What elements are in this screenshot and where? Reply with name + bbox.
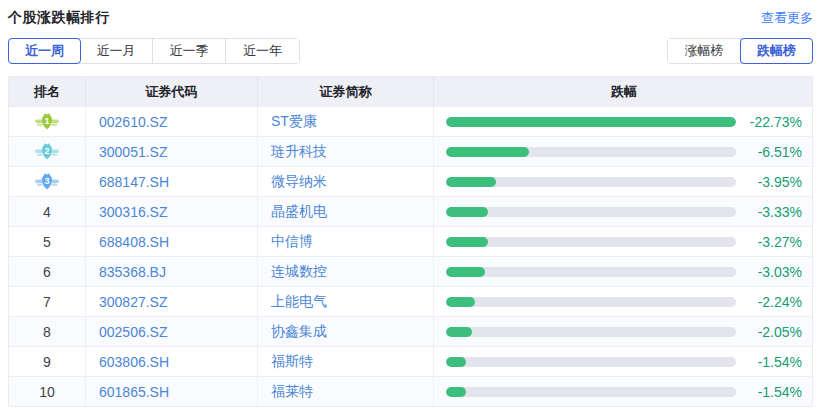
rank-cell: 6: [9, 257, 86, 286]
rank-number: 9: [43, 354, 51, 370]
col-header-change: 跌幅: [434, 77, 812, 106]
see-more-link[interactable]: 查看更多: [761, 9, 813, 27]
stock-name-link[interactable]: 晶盛机电: [271, 203, 327, 221]
stock-code-link[interactable]: 300051.SZ: [99, 144, 168, 160]
stock-name-link[interactable]: 协鑫集成: [271, 323, 327, 341]
stock-code-link[interactable]: 603806.SH: [99, 354, 169, 370]
stock-name-link[interactable]: ST爱康: [271, 113, 317, 131]
stock-name-link[interactable]: 福斯特: [271, 353, 313, 371]
stock-name-link[interactable]: 福莱特: [271, 383, 313, 401]
stock-code-cell: 835368.BJ: [86, 257, 258, 286]
change-bar-track: [446, 117, 736, 127]
rank-number: 8: [43, 324, 51, 340]
rank-cell: 1: [9, 107, 86, 136]
tab-recent-year[interactable]: 近一年: [226, 39, 299, 63]
table-row: 2300051.SZ琏升科技-6.51%: [9, 136, 812, 166]
toggle-gainers-board[interactable]: 涨幅榜: [668, 39, 741, 63]
change-percent: -6.51%: [758, 144, 802, 160]
change-bar-track: [446, 387, 736, 397]
rank-number: 10: [39, 384, 55, 400]
stock-code-cell: 688408.SH: [86, 227, 258, 256]
period-tab-group: 近一周 近一月 近一季 近一年: [8, 38, 300, 64]
stock-name-link[interactable]: 中信博: [271, 233, 313, 251]
change-bar-track: [446, 297, 736, 307]
rank-cell: 5: [9, 227, 86, 256]
tab-recent-month[interactable]: 近一月: [80, 39, 153, 63]
stock-code-cell: 603806.SH: [86, 347, 258, 376]
stock-name-cell: ST爱康: [258, 107, 434, 136]
stock-code-cell: 300827.SZ: [86, 287, 258, 316]
change-bar-fill: [446, 387, 466, 397]
svg-text:2: 2: [44, 145, 49, 155]
stock-code-cell: 300051.SZ: [86, 137, 258, 166]
rank-cell: 4: [9, 197, 86, 226]
change-bar-fill: [446, 177, 496, 187]
table-body: 1002610.SZST爱康-22.73%2300051.SZ琏升科技-6.51…: [9, 106, 812, 406]
table-row: 3688147.SH微导纳米-3.95%: [9, 166, 812, 196]
table-row: 6835368.BJ连城数控-3.03%: [9, 256, 812, 286]
change-bar-fill: [446, 267, 485, 277]
table-row: 7300827.SZ上能电气-2.24%: [9, 286, 812, 316]
rank-cell: 10: [9, 377, 86, 406]
stock-code-link[interactable]: 300827.SZ: [99, 294, 168, 310]
change-percent: -1.54%: [758, 384, 802, 400]
change-percent: -22.73%: [750, 114, 802, 130]
rank-number: 6: [43, 264, 51, 280]
stock-code-cell: 002506.SZ: [86, 317, 258, 346]
stock-name-cell: 中信博: [258, 227, 434, 256]
rank-medal-icon: 1: [34, 112, 60, 132]
svg-text:1: 1: [44, 115, 49, 125]
board-toggle-group: 涨幅榜 跌幅榜: [667, 38, 813, 64]
stock-code-link[interactable]: 002506.SZ: [99, 324, 168, 340]
table-row: 5688408.SH中信博-3.27%: [9, 226, 812, 256]
stock-code-cell: 002610.SZ: [86, 107, 258, 136]
change-bar-track: [446, 207, 736, 217]
stock-code-link[interactable]: 300316.SZ: [99, 204, 168, 220]
col-header-code: 证券代码: [86, 77, 258, 106]
stock-name-link[interactable]: 上能电气: [271, 293, 327, 311]
controls-row: 近一周 近一月 近一季 近一年 涨幅榜 跌幅榜: [8, 38, 813, 64]
stock-name-cell: 福斯特: [258, 347, 434, 376]
change-cell: -3.03%: [434, 257, 812, 286]
stock-code-link[interactable]: 688408.SH: [99, 234, 169, 250]
change-percent: -3.03%: [758, 264, 802, 280]
change-percent: -1.54%: [758, 354, 802, 370]
stock-code-link[interactable]: 002610.SZ: [99, 114, 168, 130]
stock-code-link[interactable]: 688147.SH: [99, 174, 169, 190]
stock-name-link[interactable]: 连城数控: [271, 263, 327, 281]
page-title: 个股涨跌幅排行: [8, 9, 110, 27]
change-bar-track: [446, 237, 736, 247]
tab-recent-quarter[interactable]: 近一季: [153, 39, 226, 63]
tab-recent-week[interactable]: 近一周: [8, 38, 81, 64]
stock-name-link[interactable]: 琏升科技: [271, 143, 327, 161]
stock-code-link[interactable]: 601865.SH: [99, 384, 169, 400]
stock-code-link[interactable]: 835368.BJ: [99, 264, 166, 280]
svg-text:3: 3: [44, 175, 49, 185]
table-row: 9603806.SH福斯特-1.54%: [9, 346, 812, 376]
change-bar-track: [446, 357, 736, 367]
stock-name-cell: 琏升科技: [258, 137, 434, 166]
change-bar-fill: [446, 327, 472, 337]
stock-code-cell: 300316.SZ: [86, 197, 258, 226]
change-bar-fill: [446, 237, 488, 247]
change-cell: -1.54%: [434, 377, 812, 406]
rank-number: 7: [43, 294, 51, 310]
rank-number: 5: [43, 234, 51, 250]
table-row: 1002610.SZST爱康-22.73%: [9, 106, 812, 136]
stock-ranking-widget: 个股涨跌幅排行 查看更多 近一周 近一月 近一季 近一年 涨幅榜 跌幅榜 排名 …: [0, 0, 821, 407]
change-percent: -3.33%: [758, 204, 802, 220]
col-header-name: 证券简称: [258, 77, 434, 106]
change-bar-track: [446, 327, 736, 337]
stock-name-cell: 晶盛机电: [258, 197, 434, 226]
change-cell: -3.27%: [434, 227, 812, 256]
widget-header: 个股涨跌幅排行 查看更多: [8, 7, 813, 29]
change-percent: -3.27%: [758, 234, 802, 250]
table-row: 4300316.SZ晶盛机电-3.33%: [9, 196, 812, 226]
rank-medal-icon: 3: [34, 172, 60, 192]
ranking-table: 排名 证券代码 证券简称 跌幅 1002610.SZST爱康-22.73%230…: [8, 76, 813, 407]
toggle-losers-board[interactable]: 跌幅榜: [740, 38, 813, 64]
stock-name-link[interactable]: 微导纳米: [271, 173, 327, 191]
stock-name-cell: 福莱特: [258, 377, 434, 406]
stock-code-cell: 688147.SH: [86, 167, 258, 196]
table-row: 8002506.SZ协鑫集成-2.05%: [9, 316, 812, 346]
